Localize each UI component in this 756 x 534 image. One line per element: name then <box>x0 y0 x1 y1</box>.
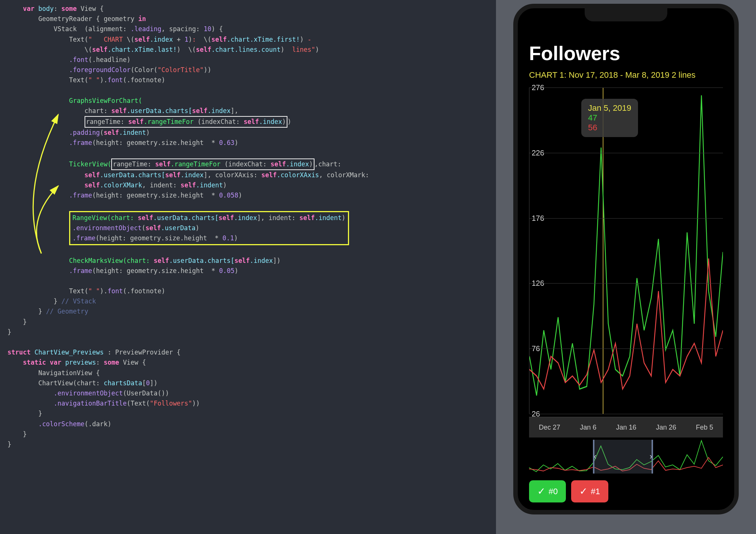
code-line-highlighted[interactable]: TickerView(rangeTime: self.rangeTimeFor … <box>8 158 496 170</box>
gridline <box>529 414 723 414</box>
range-handle[interactable]: ‹ › <box>593 440 653 474</box>
x-tick-label: Dec 27 <box>539 424 560 431</box>
series-line <box>529 95 723 395</box>
code-line[interactable]: .navigationBarTitle(Text("Followers")) <box>8 398 496 409</box>
code-line[interactable]: .environmentObject(UserData()) <box>8 388 496 398</box>
code-line[interactable]: } <box>8 327 496 337</box>
code-line[interactable]: VStack (alignment: .leading, spacing: 10… <box>8 24 496 34</box>
x-axis: Dec 27Jan 6Jan 16Jan 26Feb 5 <box>529 417 723 437</box>
code-editor-pane[interactable]: var body: some View { GeometryReader { g… <box>0 0 496 534</box>
code-line[interactable]: .frame(height: geometry.size.height * 0.… <box>8 266 496 276</box>
chart-tooltip: Jan 5, 2019 47 56 <box>581 99 638 137</box>
range-view[interactable]: ‹ › <box>529 440 723 474</box>
code-line[interactable]: GeometryReader { geometry in <box>8 14 496 24</box>
code-line[interactable]: } <box>8 439 496 450</box>
x-tick-label: Feb 5 <box>696 424 713 431</box>
gridline <box>529 283 723 284</box>
code-line-highlighted[interactable]: rangeTime: self.rangeTimeFor (indexChat:… <box>8 116 496 128</box>
code-line[interactable]: } // Geometry <box>8 306 496 317</box>
code-line[interactable]: \(self.chart.xTime.last!) \(self.chart.l… <box>8 45 496 55</box>
page-title: Followers <box>529 42 723 65</box>
code-line[interactable]: ChartView(chart: chartsData[0]) <box>8 378 496 388</box>
tooltip-value-0: 47 <box>588 113 631 123</box>
code-line[interactable]: GraphsViewForChart( <box>8 96 496 106</box>
gridline <box>529 218 723 219</box>
code-line[interactable]: } <box>8 409 496 419</box>
range-grip-left[interactable]: ‹ <box>594 452 596 462</box>
chart-subtitle: CHART 1: Nov 17, 2018 - Mar 8, 2019 2 li… <box>529 70 723 80</box>
code-line[interactable]: Text(" CHART \(self.index + 1): \(self.c… <box>8 35 496 45</box>
gridline <box>529 87 723 88</box>
code-line[interactable]: self.userData.charts[self.index], colorX… <box>8 170 496 180</box>
tooltip-date: Jan 5, 2019 <box>588 103 631 113</box>
check-icon: ✓ <box>537 486 546 497</box>
checkmarks-row: ✓ #0 ✓ #1 <box>529 480 723 502</box>
gridline <box>529 153 723 153</box>
series-toggle-0[interactable]: ✓ #0 <box>529 480 566 502</box>
gridline <box>529 348 723 349</box>
phone-notch <box>585 8 667 21</box>
tooltip-value-1: 56 <box>588 123 631 133</box>
preview-pane: Followers CHART 1: Nov 17, 2018 - Mar 8,… <box>496 0 756 534</box>
code-block-highlighted-yellow[interactable]: RangeView(chart: self.userData.charts[se… <box>8 211 496 246</box>
code-line[interactable]: } <box>8 429 496 439</box>
code-line[interactable]: self.colorXMark, indent: self.indent) <box>8 180 496 190</box>
x-tick-label: Jan 16 <box>616 424 636 431</box>
code-line[interactable]: CheckMarksView(chart: self.userData.char… <box>8 256 496 266</box>
code-line[interactable]: NavigationView { <box>8 368 496 378</box>
range-grip-right[interactable]: › <box>650 452 652 462</box>
code-line[interactable]: .frame(height: geometry.size.height * 0.… <box>8 190 496 201</box>
phone-frame: Followers CHART 1: Nov 17, 2018 - Mar 8,… <box>513 4 739 514</box>
code-line[interactable]: .foregroundColor(Color("ColorTitle")) <box>8 65 496 75</box>
series-label: #1 <box>591 487 600 496</box>
code-line[interactable]: Text(" ").font(.footnote) <box>8 75 496 85</box>
code-line[interactable]: Text(" ").font(.footnote) <box>8 286 496 296</box>
x-tick-label: Jan 26 <box>656 424 676 431</box>
code-line[interactable]: chart: self.userData.charts[self.index], <box>8 106 496 116</box>
series-toggle-1[interactable]: ✓ #1 <box>571 480 608 502</box>
code-line[interactable]: static var previews: some View { <box>8 358 496 368</box>
code-line[interactable]: } <box>8 317 496 327</box>
chart-area[interactable]: 2762261761267626 Jan 5, 2019 47 56 <box>529 87 723 414</box>
code-line[interactable]: .colorScheme(.dark) <box>8 419 496 429</box>
x-tick-label: Jan 6 <box>580 424 596 431</box>
code-line[interactable]: var body: some View { <box>8 4 496 14</box>
series-label: #0 <box>549 487 558 496</box>
code-line[interactable]: .font(.headline) <box>8 55 496 65</box>
check-icon: ✓ <box>579 486 588 497</box>
code-line[interactable]: .padding(self.indent) <box>8 128 496 138</box>
code-line[interactable]: struct ChartView_Previews : PreviewProvi… <box>8 347 496 358</box>
code-line[interactable]: .frame(height: geometry.size.height * 0.… <box>8 138 496 148</box>
code-line[interactable]: } // VStack <box>8 296 496 306</box>
